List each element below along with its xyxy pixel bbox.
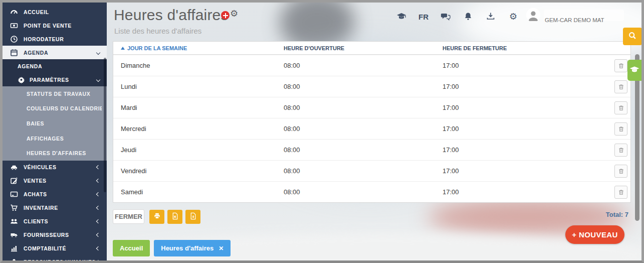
delete-row-button[interactable] [614, 59, 627, 72]
table-row[interactable]: Dimanche 08:00 17:00 [113, 55, 630, 76]
close-button[interactable]: FERMER [113, 209, 144, 224]
training-panel-button[interactable] [627, 60, 641, 81]
notifications-bell-icon[interactable] [463, 11, 474, 22]
export-excel-button[interactable] [167, 210, 182, 224]
tab-accueil[interactable]: Accueil [113, 240, 150, 256]
cash-icon [10, 21, 18, 30]
sidebar-item-inventaire[interactable]: INVENTAIRE [3, 201, 107, 215]
sidebar-item-label: FOURNISSEURS [24, 232, 97, 238]
sidebar-item-agenda[interactable]: AGENDA [3, 46, 107, 59]
sidebar-item-vehicules[interactable]: VÉHICULES [3, 161, 107, 174]
sidebar-item-statuts-de-travaux[interactable]: STATUTS DE TRAVAUX [3, 86, 107, 101]
sidebar-item-accueil[interactable]: ACCUEIL [3, 5, 107, 19]
edit-icon [10, 177, 18, 185]
sidebar-item-label: BAIES [27, 120, 102, 126]
chevron-left-icon [96, 192, 100, 196]
sidebar: ACCUEIL POINT DE VENTE HORODATEUR AGENDA… [3, 3, 107, 260]
sidebar-item-fournisseurs[interactable]: FOURNISSEURS [3, 228, 107, 242]
sidebar-item-label: RESSOURCES HUMAINES [24, 259, 97, 260]
download-icon[interactable] [485, 11, 496, 22]
delete-row-button[interactable] [614, 165, 627, 178]
sidebar-item-clients[interactable]: CLIENTS [3, 215, 107, 228]
table-header-row: JOUR DE LA SEMAINE HEURE D'OUVERTURE HEU… [113, 42, 630, 55]
column-header-close[interactable]: HEURE DE FERMETURE [443, 45, 630, 51]
table-row[interactable]: Samedi 08:00 17:00 [113, 181, 630, 202]
day-cell: Lundi [113, 83, 284, 90]
delete-row-button[interactable] [614, 186, 627, 199]
tab-label: Accueil [120, 244, 143, 252]
clock-icon [10, 35, 18, 43]
table-row[interactable]: Lundi 08:00 17:00 [113, 76, 630, 97]
delete-row-button[interactable] [614, 80, 627, 93]
settings-icon[interactable]: ⚙ [508, 11, 519, 22]
sidebar-item-label: INVENTAIRE [24, 205, 97, 211]
sidebar-item-couleurs-du-calendrier[interactable]: COULEURS DU CALENDRIER [3, 101, 107, 116]
print-button[interactable] [149, 210, 164, 224]
excel-file-icon [171, 212, 179, 221]
car-icon [10, 163, 18, 172]
sidebar-item-agenda-sub[interactable]: AGENDA [3, 59, 107, 73]
day-cell: Mardi [113, 104, 284, 111]
delete-row-button[interactable] [614, 101, 627, 114]
sidebar-item-label: AFFICHAGES [27, 136, 102, 142]
sidebar-item-point-de-vente[interactable]: POINT DE VENTE [3, 19, 107, 32]
delete-row-button[interactable] [614, 144, 627, 157]
page-title: Heures d'affaires [114, 7, 229, 24]
close-tab-icon[interactable]: ✕ [219, 245, 224, 252]
chevron-left-icon [96, 219, 100, 223]
close-cell: 17:00 [443, 62, 608, 69]
total-count: Total: 7 [606, 211, 628, 218]
table-row[interactable]: Mercredi 08:00 17:00 [113, 118, 630, 139]
chevron-left-icon [96, 165, 100, 169]
sidebar-item-baies[interactable]: BAIES [3, 116, 107, 131]
settings-gear-icon[interactable]: ⚙ [230, 8, 238, 19]
search-button[interactable] [623, 28, 641, 45]
sidebar-item-ressources-humaines[interactable]: RESSOURCES HUMAINES [3, 255, 107, 260]
chat-icon[interactable] [440, 11, 451, 22]
user-name[interactable]: GEM-CAR DEMO MAT [545, 17, 604, 23]
search-icon [628, 31, 637, 42]
sidebar-item-ventes[interactable]: VENTES [3, 174, 107, 188]
chevron-left-icon [96, 179, 100, 183]
open-cell: 08:00 [284, 62, 443, 69]
column-header-day[interactable]: JOUR DE LA SEMAINE [113, 45, 284, 51]
sidebar-item-label: HEURES D'AFFAIRES [27, 150, 102, 156]
table-row[interactable]: Vendredi 08:00 17:00 [113, 160, 630, 181]
day-cell: Samedi [113, 188, 284, 196]
close-cell: 17:00 [443, 125, 608, 133]
page-subtitle: Liste des heures d'affaires [114, 27, 201, 35]
cart-icon [10, 204, 18, 212]
gear-icon [18, 75, 25, 84]
sidebar-item-achats[interactable]: ACHATS [3, 188, 107, 201]
add-icon[interactable] [221, 11, 230, 20]
sidebar-scrollbar[interactable] [104, 58, 106, 192]
close-cell: 17:00 [443, 146, 608, 154]
avatar[interactable] [526, 8, 540, 22]
training-icon[interactable] [396, 11, 407, 22]
credit-card-icon [10, 190, 18, 199]
column-header-label: JOUR DE LA SEMAINE [127, 45, 187, 51]
dashboard-icon [10, 8, 18, 16]
tab-heures-daffaires[interactable]: Heures d'affaires ✕ [154, 240, 231, 256]
language-selector[interactable]: FR [418, 13, 428, 21]
table-row[interactable]: Jeudi 08:00 17:00 [113, 139, 630, 160]
sidebar-item-affichages[interactable]: AFFICHAGES [3, 131, 107, 146]
column-header-label: HEURE DE FERMETURE [443, 45, 507, 51]
open-tabs-bar: Accueil Heures d'affaires ✕ [113, 240, 231, 256]
sidebar-item-parametres[interactable]: PARAMÈTRES [3, 73, 107, 86]
day-cell: Jeudi [113, 146, 284, 154]
day-cell: Vendredi [113, 167, 284, 175]
graduation-cap-icon [629, 64, 640, 77]
delete-row-button[interactable] [614, 122, 627, 136]
sidebar-item-heures-daffaires[interactable]: HEURES D'AFFAIRES [3, 146, 107, 161]
sidebar-item-comptabilite[interactable]: COMPTABILITÉ [3, 242, 107, 255]
table-row[interactable]: Mardi 08:00 17:00 [113, 97, 630, 118]
sidebar-item-horodateur[interactable]: HORODATEUR [3, 32, 107, 46]
column-header-label: HEURE D'OUVERTURE [284, 45, 344, 51]
export-pdf-button[interactable] [185, 210, 200, 224]
column-header-open[interactable]: HEURE D'OUVERTURE [284, 45, 443, 51]
printer-icon [153, 212, 161, 221]
sidebar-item-label: VENTES [24, 178, 97, 184]
new-button[interactable]: + NOUVEAU [565, 225, 624, 244]
day-cell: Dimanche [113, 62, 284, 69]
